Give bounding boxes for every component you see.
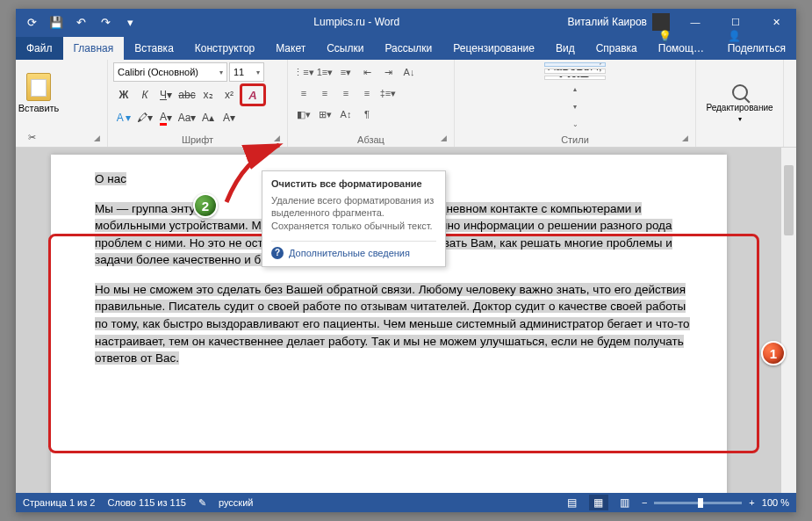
align-right-button[interactable]: ≡ <box>335 83 356 103</box>
clear-formatting-icon: A <box>248 89 256 102</box>
cut-icon[interactable]: ✂ <box>21 127 42 147</box>
shading-button[interactable]: ◧▾ <box>293 105 314 124</box>
font-label: Шрифт <box>113 133 282 145</box>
subscript-button[interactable]: x₂ <box>198 85 219 105</box>
tab-view[interactable]: Вид <box>545 37 586 60</box>
style-no-spacing[interactable]: АаБбВвГг, ¶ Без инте… <box>544 69 606 73</box>
search-icon <box>732 84 748 100</box>
clear-formatting-button[interactable]: A <box>240 83 266 106</box>
save-icon[interactable]: 💾 <box>46 11 67 33</box>
tab-help[interactable]: Справка <box>586 37 648 60</box>
tab-file[interactable]: Файл <box>16 37 63 60</box>
style-heading1[interactable]: АаБ Заголово… <box>544 76 606 80</box>
styles-label: Стили <box>460 133 690 145</box>
paragraph-launcher[interactable]: ◢ <box>441 134 451 144</box>
group-paragraph: ⋮≡▾ 1≡▾ ≡▾ ⇤ ⇥ A↓ ≡ ≡ ≡ ≡ ‡≡▾ ◧▾ ⊞▾ <box>288 60 455 147</box>
status-language[interactable]: русский <box>219 497 253 508</box>
annotation-badge-2: 2 <box>193 193 218 218</box>
redo-icon[interactable]: ↷ <box>95 11 116 33</box>
grow-font-button[interactable]: A▴ <box>198 108 219 127</box>
zoom-value[interactable]: 100 % <box>762 497 789 508</box>
bold-button[interactable]: Ж <box>113 85 134 105</box>
decrease-indent-button[interactable]: ⇤ <box>356 62 377 82</box>
tab-design[interactable]: Конструктор <box>184 37 265 60</box>
scroll-thumb[interactable] <box>784 165 794 235</box>
font-color-button[interactable]: A▾ <box>155 108 176 127</box>
tooltip-help-link[interactable]: ? Дополнительные сведения <box>271 241 436 259</box>
qat-more-icon[interactable]: ▾ <box>119 11 140 33</box>
group-editing: Редактирование ▾ <box>696 60 784 147</box>
styles-launcher[interactable]: ◢ <box>682 134 693 144</box>
view-print-icon[interactable]: ▦ <box>589 495 608 510</box>
paste-button[interactable]: Вставить <box>21 62 56 124</box>
text-effects-button[interactable]: A ▾ <box>113 108 134 127</box>
window-title: Lumpics.ru - Word <box>146 16 567 28</box>
increase-indent-button[interactable]: ⇥ <box>377 62 399 82</box>
statusbar: Страница 1 из 2 Слово 115 из 115 ✎ русск… <box>16 493 796 512</box>
tab-layout[interactable]: Макет <box>265 37 316 60</box>
change-case-button[interactable]: Aa▾ <box>176 108 198 127</box>
zoom-slider[interactable] <box>654 502 742 504</box>
tab-mailings[interactable]: Рассылки <box>374 37 442 60</box>
group-clipboard: Вставить ✂ ⿻ 🖌 Буфер обме… ◢ <box>16 60 108 147</box>
paste-icon <box>26 73 51 101</box>
undo-icon[interactable]: ↶ <box>70 11 91 33</box>
sort-button[interactable]: A↓ <box>399 62 420 82</box>
doc-p2: Но мы не сможем это сделать без Вашей об… <box>95 283 690 365</box>
styles-down-button[interactable]: ▾ <box>568 99 582 115</box>
paste-label: Вставить <box>18 103 60 113</box>
ribbon: Вставить ✂ ⿻ 🖌 Буфер обме… ◢ Calibri (Ос… <box>16 60 796 148</box>
doc-heading: О нас <box>95 172 126 185</box>
align-left-button[interactable]: ≡ <box>293 83 314 103</box>
tooltip-clear-formatting: Очистить все форматирование Удаление все… <box>262 170 446 267</box>
justify-button[interactable]: ≡ <box>356 83 377 103</box>
autosave-icon[interactable]: ⟳ <box>21 11 42 33</box>
shrink-font-button[interactable]: A▾ <box>219 108 240 127</box>
tooltip-title: Очистить все форматирование <box>271 178 436 189</box>
underline-button[interactable]: Ч ▾ <box>155 85 176 105</box>
styles-more-button[interactable]: ⌄ <box>568 117 582 133</box>
italic-button[interactable]: К <box>134 85 155 105</box>
font-launcher[interactable]: ◢ <box>274 134 284 144</box>
tab-tellme[interactable]: 💡 Помощ… <box>648 25 717 60</box>
annotation-badge-1: 1 <box>761 341 786 365</box>
group-styles: АаБбВвГг, ¶ Обычный АаБбВвГг, ¶ Без инте… <box>455 60 696 147</box>
highlight-button[interactable]: 🖍▾ <box>134 108 155 127</box>
tab-share[interactable]: 👤 Поделиться <box>717 25 796 60</box>
styles-up-button[interactable]: ▴ <box>568 82 582 98</box>
view-web-icon[interactable]: ▥ <box>615 495 635 510</box>
status-words[interactable]: Слово 115 из 115 <box>107 497 186 508</box>
sort-az-button[interactable]: A↕ <box>335 105 356 124</box>
font-name-combo[interactable]: Calibri (Основной)▾ <box>113 62 227 82</box>
info-icon: ? <box>271 247 284 259</box>
status-page[interactable]: Страница 1 из 2 <box>23 497 95 508</box>
numbering-button[interactable]: 1≡▾ <box>314 62 335 82</box>
superscript-button[interactable]: x² <box>219 85 240 105</box>
editing-button[interactable]: Редактирование ▾ <box>701 62 778 145</box>
show-marks-button[interactable]: ¶ <box>356 105 377 124</box>
align-center-button[interactable]: ≡ <box>314 83 335 103</box>
view-read-icon[interactable]: ▤ <box>563 495 582 510</box>
strike-button[interactable]: abc <box>176 85 198 105</box>
zoom-in-button[interactable]: + <box>749 497 754 508</box>
font-size-combo[interactable]: 11▾ <box>229 62 264 82</box>
user-name: Виталий Каиров <box>567 16 647 28</box>
doc-p1a: Мы — группа энтузи <box>95 202 207 215</box>
ribbon-tabs: Файл Главная Вставка Конструктор Макет С… <box>16 35 796 60</box>
tab-review[interactable]: Рецензирование <box>442 37 545 60</box>
style-normal[interactable]: АаБбВвГг, ¶ Обычный <box>544 62 606 67</box>
bullets-button[interactable]: ⋮≡▾ <box>293 62 314 82</box>
vertical-scrollbar[interactable] <box>781 148 796 493</box>
editing-label: Редактирование <box>706 103 772 112</box>
tab-references[interactable]: Ссылки <box>316 37 374 60</box>
tab-home[interactable]: Главная <box>63 37 125 60</box>
paragraph-label: Абзац <box>293 133 449 145</box>
tab-insert[interactable]: Вставка <box>124 37 184 60</box>
tooltip-body: Удаление всего форматирования из выделен… <box>271 194 436 232</box>
clipboard-launcher[interactable]: ◢ <box>94 134 104 144</box>
line-spacing-button[interactable]: ‡≡▾ <box>377 83 399 103</box>
multilevel-button[interactable]: ≡▾ <box>335 62 356 82</box>
status-proofing-icon[interactable]: ✎ <box>198 497 206 509</box>
zoom-out-button[interactable]: − <box>642 497 647 508</box>
borders-button[interactable]: ⊞▾ <box>314 105 335 124</box>
